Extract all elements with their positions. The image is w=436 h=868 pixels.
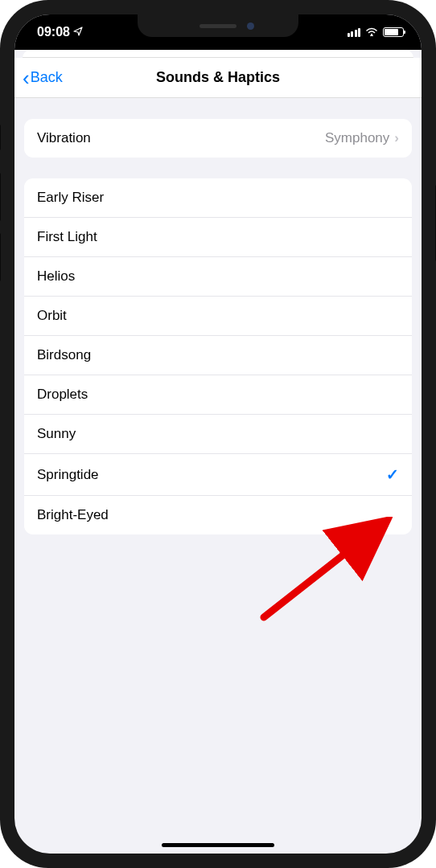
status-time: 09:08 (37, 25, 70, 39)
back-label: Back (31, 69, 63, 86)
sound-row[interactable]: Orbit (24, 296, 412, 335)
content: Vibration Symphony › Early RiserFirst Li… (14, 119, 422, 534)
sound-row[interactable]: Bright-Eyed (24, 495, 412, 534)
sound-row[interactable]: Helios (24, 256, 412, 296)
vibration-group: Vibration Symphony › (24, 119, 412, 158)
sound-row[interactable]: Droplets (24, 375, 412, 414)
chevron-right-icon: › (394, 130, 399, 146)
sound-label: Droplets (37, 387, 88, 403)
front-camera (247, 23, 254, 30)
checkmark-icon: ✓ (386, 465, 399, 484)
card-top-edge (23, 50, 413, 58)
sound-label: Early Riser (37, 190, 104, 206)
wifi-icon (365, 25, 378, 39)
battery-icon (383, 27, 404, 37)
svg-point-0 (371, 34, 372, 35)
sound-label: Springtide (37, 467, 99, 483)
home-indicator[interactable] (162, 843, 274, 847)
status-left: 09:08 (37, 25, 83, 39)
phone-frame: 09:08 ‹ Back (0, 0, 436, 868)
sound-row[interactable]: Sunny (24, 414, 412, 453)
battery-fill (385, 29, 398, 35)
sound-row[interactable]: Springtide✓ (24, 453, 412, 495)
sound-label: Orbit (37, 308, 67, 324)
volume-up-button (0, 173, 1, 221)
chevron-left-icon: ‹ (23, 68, 30, 88)
nav-header: ‹ Back Sounds & Haptics (14, 58, 422, 98)
phone-screen: 09:08 ‹ Back (14, 14, 422, 854)
svg-line-2 (264, 529, 376, 617)
vibration-value-wrap: Symphony › (325, 130, 399, 146)
notch (138, 14, 298, 37)
vibration-label: Vibration (37, 130, 91, 146)
sound-label: Sunny (37, 426, 76, 442)
silent-switch (0, 125, 1, 150)
location-icon (73, 27, 83, 39)
cellular-icon (348, 28, 361, 37)
back-button[interactable]: ‹ Back (14, 68, 63, 88)
volume-down-button (0, 233, 1, 281)
sound-row[interactable]: Early Riser (24, 178, 412, 217)
sound-label: Bright-Eyed (37, 507, 109, 523)
vibration-value: Symphony (325, 130, 389, 146)
sound-label: First Light (37, 229, 97, 245)
sound-label: Helios (37, 268, 75, 285)
speaker (199, 24, 237, 28)
sound-row[interactable]: Birdsong (24, 335, 412, 375)
sound-label: Birdsong (37, 347, 91, 363)
sounds-group: Early RiserFirst LightHeliosOrbitBirdson… (24, 178, 412, 534)
status-right (348, 25, 405, 39)
sound-row[interactable]: First Light (24, 217, 412, 256)
vibration-row[interactable]: Vibration Symphony › (24, 119, 412, 158)
page-title: Sounds & Haptics (156, 69, 280, 86)
